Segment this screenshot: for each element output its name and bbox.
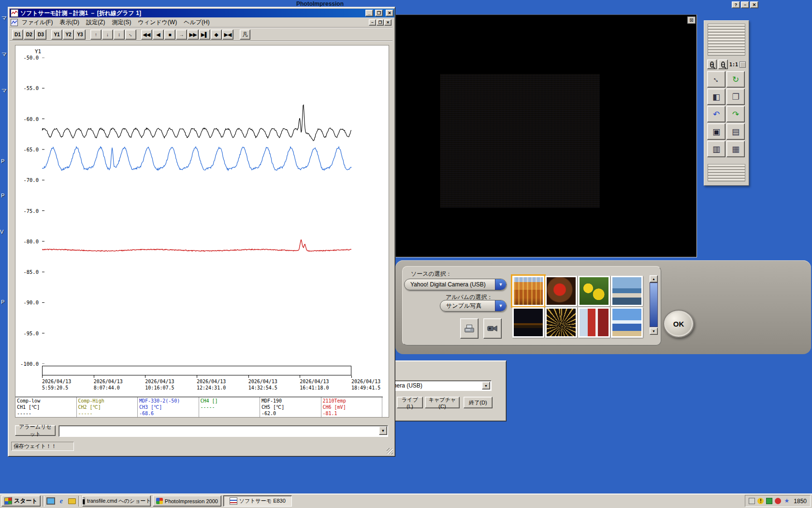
thumbnail-cardinal-bird[interactable] xyxy=(545,276,577,306)
alarm-reset-button[interactable]: アラームリセット xyxy=(15,425,56,436)
toolbar-y3-button[interactable]: Y3 xyxy=(74,30,86,40)
source-select-dropdown[interactable]: Yahoo! Digital Camera (USB) ▼ xyxy=(404,279,507,290)
thermo-measurement-window: ソフトサーモ計測－計測1 － [折れ線グラフ 1] _ ❐ ✕ ファイル(F)表… xyxy=(8,7,395,457)
grid-view-button[interactable]: ▦ xyxy=(726,141,745,157)
menu-measure[interactable]: 測定(S) xyxy=(108,17,134,28)
scroll-down-button[interactable]: ▼ xyxy=(650,328,658,335)
step-back-button[interactable]: ◀ xyxy=(153,30,164,40)
thumbnail-lighthouse-ship[interactable] xyxy=(578,307,610,338)
x-range-overview-bar[interactable] xyxy=(42,366,351,375)
zoom-out-button[interactable]: − xyxy=(718,60,728,69)
minimize-button[interactable]: _ xyxy=(365,10,373,16)
toolbar-d3-button[interactable]: D3 xyxy=(35,30,46,40)
chevron-down-icon[interactable]: ▼ xyxy=(379,426,387,435)
legend-toggle-button[interactable]: 凡 xyxy=(240,30,250,40)
fit-window-button[interactable]: ↔ xyxy=(707,71,725,88)
play-button[interactable]: → xyxy=(176,30,187,40)
toolbar-y1-button[interactable]: Y1 xyxy=(51,30,62,40)
redo-button[interactable]: ↷ xyxy=(726,106,745,122)
x-tick-date: 2026/04/13 xyxy=(300,378,343,385)
video-camera-source-button[interactable] xyxy=(483,318,502,339)
close-button[interactable]: ✕ xyxy=(386,10,393,16)
fit-vertical-button[interactable]: ↕ xyxy=(114,30,125,40)
minimize-button[interactable]: − xyxy=(741,1,749,8)
help-button[interactable]: ? xyxy=(732,1,740,8)
task-button-thermo[interactable]: ソフトサーモ E830 xyxy=(223,495,292,507)
scanner-source-button[interactable] xyxy=(460,318,478,339)
print-button[interactable]: ▥ xyxy=(707,141,725,157)
rotate-button[interactable]: ↻ xyxy=(726,71,745,88)
thumbnail-rock-spires[interactable] xyxy=(512,276,544,306)
antivirus-tray-icon[interactable] xyxy=(775,498,781,504)
source-select-value: Yahoo! Digital Camera (USB) xyxy=(410,281,486,288)
restore-button[interactable]: ❐ xyxy=(375,10,383,16)
title-bar[interactable]: ソフトサーモ計測－計測1 － [折れ線グラフ 1] _ ❐ ✕ xyxy=(10,9,394,17)
show-desktop-icon[interactable] xyxy=(46,497,55,506)
skip-end-button[interactable]: ▶▌ xyxy=(199,30,210,40)
toolbar-d1-button[interactable]: D1 xyxy=(12,30,23,40)
new-window-icon: ❐ xyxy=(732,92,739,102)
task-button-photo[interactable]: PhotoImpression 2000 xyxy=(153,495,221,507)
fast-forward-button[interactable]: ▶▶ xyxy=(188,30,199,40)
toolbar-d2-button[interactable]: D2 xyxy=(24,30,35,40)
thumbnail-yellow-flowers[interactable] xyxy=(578,276,610,306)
copy-button[interactable]: ▣ xyxy=(707,123,725,140)
paste-button[interactable]: ▤ xyxy=(726,123,745,140)
menu-file[interactable]: ファイル(F) xyxy=(18,17,56,28)
zoom-in-button[interactable]: + xyxy=(707,60,717,69)
thumbnail-harbor-boats[interactable] xyxy=(611,276,643,306)
fit-diagonal-button[interactable]: ↔ xyxy=(125,30,136,40)
menu-settings[interactable]: 設定(Z) xyxy=(83,17,108,28)
fit-window-icon[interactable] xyxy=(740,61,746,68)
scrollbar-track[interactable] xyxy=(650,283,658,327)
album-select-dropdown[interactable]: サンプル写真 ▼ xyxy=(440,300,507,312)
close-button[interactable]: ✕ xyxy=(750,1,758,8)
pan-up-button[interactable]: ↑ xyxy=(90,30,102,40)
live-button[interactable]: ライブ(L) xyxy=(397,397,423,408)
mail-icon[interactable] xyxy=(68,497,76,506)
skip-start-button[interactable]: ▶◀ xyxy=(222,30,233,40)
stop-button[interactable]: ■ xyxy=(164,30,175,40)
warning-tray-icon[interactable] xyxy=(757,498,764,504)
flip-horizontal-button[interactable]: ◧ xyxy=(707,89,725,105)
printer-tray-icon[interactable] xyxy=(749,498,755,504)
task-buttons: transfile.cmd へのショート...PhotoImpression 2… xyxy=(82,495,292,507)
thumbnail-fiber-optic-lights[interactable] xyxy=(545,307,577,338)
ok-button[interactable]: OK xyxy=(663,310,694,338)
scanner-icon xyxy=(464,323,475,334)
rewind-button[interactable]: ◀◀ xyxy=(141,30,152,40)
internet-explorer-icon[interactable] xyxy=(57,497,66,506)
channel-cell: MDF-190CH5 [℃]-62.0 xyxy=(260,397,321,417)
new-window-button[interactable]: ❐ xyxy=(726,89,745,105)
preview-close-icon[interactable]: ⊠ xyxy=(687,16,696,24)
status-bar: 保存ウェイト！！ xyxy=(11,442,74,451)
marker-button[interactable]: ◆ xyxy=(211,30,222,40)
thumbnail-night-city[interactable] xyxy=(512,307,544,338)
system-tray: 1850 xyxy=(745,495,811,507)
palette-grip[interactable] xyxy=(708,24,745,56)
mdi-close-button[interactable]: ✕ xyxy=(384,19,392,26)
exit-button[interactable]: 終了(D) xyxy=(464,397,493,408)
menu-view[interactable]: 表示(D) xyxy=(56,17,83,28)
task-button-cmd[interactable]: transfile.cmd へのショート... xyxy=(82,495,151,507)
chevron-down-icon[interactable]: ▼ xyxy=(495,279,506,290)
mdi-child-icon[interactable] xyxy=(11,19,18,26)
mdi-restore-button[interactable]: ❐ xyxy=(377,19,384,26)
capture-button[interactable]: キャプチャ(C) xyxy=(425,397,460,408)
favorites-tray-icon[interactable] xyxy=(783,498,790,504)
network-tray-icon[interactable] xyxy=(766,498,772,504)
pan-down-button[interactable]: ↓ xyxy=(102,30,113,40)
palette-grip[interactable] xyxy=(708,164,745,181)
undo-button[interactable]: ↶ xyxy=(707,106,725,122)
chevron-down-icon[interactable]: ▼ xyxy=(495,300,506,311)
menu-window[interactable]: ウィンドウ(W) xyxy=(134,17,180,28)
resize-grip[interactable] xyxy=(387,448,393,454)
alarm-combobox[interactable]: ▼ xyxy=(58,425,388,437)
toolbar-y2-button[interactable]: Y2 xyxy=(63,30,74,40)
mdi-minimize-button[interactable]: − xyxy=(369,19,376,26)
menu-help[interactable]: ヘルプ(H) xyxy=(180,17,213,28)
scroll-up-button[interactable]: ▲ xyxy=(650,275,658,283)
chevron-down-icon[interactable]: ▼ xyxy=(482,382,490,389)
thumbnail-coastal-beach[interactable] xyxy=(611,307,643,338)
start-button[interactable]: スタート xyxy=(1,495,41,507)
